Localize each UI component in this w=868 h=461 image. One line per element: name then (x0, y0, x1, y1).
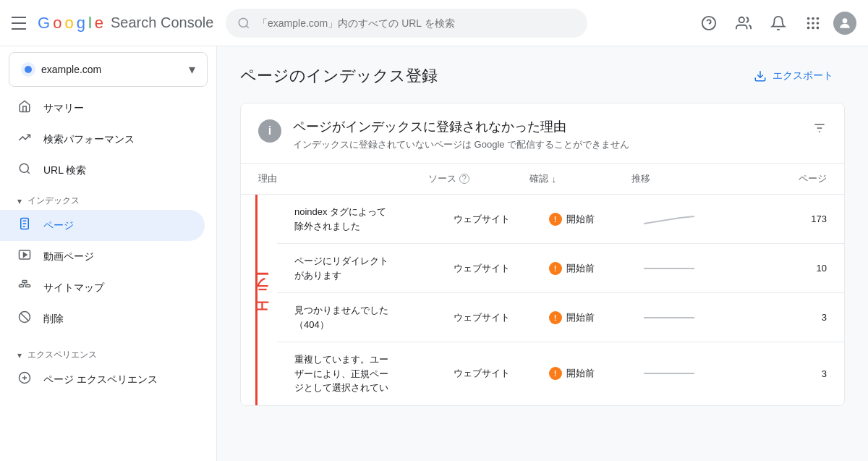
sidebar-item-label: サマリー (43, 102, 84, 115)
experience-section-label: ▾ エクスペリエンス (0, 340, 216, 364)
trending-icon (17, 131, 32, 148)
logo-char-o1: o (53, 14, 61, 33)
page-title: ページのインデックス登録 (240, 65, 438, 87)
warning-icon: ! (549, 213, 562, 226)
sidebar-item-summary[interactable]: サマリー (0, 93, 205, 124)
row-confirm: ! 開始前 (549, 213, 644, 226)
main-content: ページのインデックス登録 エクスポート i ページがインデックスに登録されなかっ… (217, 46, 868, 461)
menu-icon[interactable] (12, 14, 29, 32)
search-input[interactable] (258, 17, 576, 29)
index-card: i ページがインデックスに登録されなかった理由 インデックスに登録されていないペ… (240, 103, 845, 406)
warning-icon: ! (549, 367, 562, 380)
svg-rect-24 (22, 281, 27, 283)
svg-marker-23 (24, 253, 27, 257)
svg-line-17 (27, 171, 29, 173)
logo-area: Google Search Console (12, 14, 214, 33)
help-button[interactable] (694, 9, 723, 38)
row-reason: ページにリダイレクトがあります (294, 254, 454, 282)
row-reason: 重複しています。ユーザーにより、正規ページとして選択されてい (294, 352, 454, 395)
row-count: 3 (763, 312, 827, 323)
svg-point-14 (843, 18, 848, 23)
apps-icon (805, 15, 821, 31)
property-selector[interactable]: example.com ▾ (9, 52, 208, 87)
card-title: ページがインデックスに登録されなかった理由 (293, 118, 801, 135)
topbar-actions (694, 9, 856, 38)
topbar: Google Search Console (0, 0, 868, 46)
help-small-icon: ? (459, 174, 469, 184)
row-trend (644, 260, 763, 277)
svg-point-8 (807, 22, 810, 25)
row-reason: 見つかりませんでした（404） (294, 303, 454, 331)
video-icon (17, 248, 32, 265)
sidebar-item-label: ページ (43, 219, 74, 232)
svg-point-6 (812, 17, 814, 20)
logo-char-l: l (88, 14, 92, 33)
apps-button[interactable] (799, 9, 827, 38)
sidebar: example.com ▾ サマリー 検索パフォーマンス URL 検索 ▾ イン… (0, 46, 217, 461)
table-row: 重複しています。ユーザーにより、正規ページとして選択されてい ウェブサイト ! … (277, 342, 844, 405)
export-button[interactable]: エクスポート (742, 64, 845, 88)
accounts-icon (736, 15, 752, 31)
svg-point-10 (817, 22, 820, 25)
sidebar-item-search-performance[interactable]: 検索パフォーマンス (0, 124, 205, 155)
logo-char-g2: g (77, 14, 85, 33)
export-label: エクスポート (773, 69, 833, 83)
accounts-button[interactable] (729, 9, 758, 38)
search-icon (237, 17, 250, 30)
avatar[interactable] (833, 12, 856, 35)
sidebar-item-label: URL 検索 (43, 164, 86, 177)
svg-point-15 (25, 66, 32, 73)
row-confirm: ! 開始前 (549, 311, 644, 324)
table-header: 理由 ソース ? 確認 ↓ 推移 ページ (241, 164, 844, 195)
sidebar-item-label: 検索パフォーマンス (43, 133, 135, 146)
row-trend (644, 365, 763, 382)
index-section-label: ▾ インデックス (0, 186, 216, 210)
svg-line-31 (21, 313, 29, 321)
sidebar-item-sitemap[interactable]: サイトマップ (0, 272, 205, 303)
col-source: ソース ? (428, 172, 530, 185)
svg-point-16 (20, 164, 28, 172)
page-header: ページのインデックス登録 エクスポート (240, 64, 845, 88)
row-trend (644, 211, 763, 228)
arrow-icon: ▾ (17, 196, 22, 206)
sidebar-item-pages[interactable]: ページ (0, 210, 205, 241)
svg-rect-26 (26, 285, 30, 287)
card-header: i ページがインデックスに登録されなかった理由 インデックスに登録されていないペ… (241, 103, 844, 164)
table-rows: noindex タグによって除外されました ウェブサイト ! 開始前 173 (277, 195, 844, 405)
info-icon: i (258, 119, 281, 143)
svg-point-13 (817, 26, 820, 29)
property-name: example.com (41, 64, 183, 75)
home-icon (17, 100, 32, 117)
row-count: 173 (763, 213, 827, 224)
search-nav-icon (17, 162, 32, 179)
pages-icon (17, 217, 32, 234)
card-subtitle: インデックスに登録されていないページは Google で配信することができません (293, 138, 801, 151)
row-trend (644, 309, 763, 326)
table-body-wrapper: エラー noindex タグによって除外されました ウェブサイト ! 開始前 (241, 195, 844, 405)
download-icon (754, 69, 767, 83)
arrow-icon: ▾ (17, 350, 22, 360)
svg-rect-25 (20, 285, 24, 287)
search-bar[interactable] (226, 9, 587, 38)
sidebar-item-page-experience[interactable]: ページ エクスペリエンス (0, 364, 205, 395)
logo-char-o2: o (64, 14, 73, 33)
removal-icon (17, 310, 32, 327)
row-source: ウェブサイト (454, 367, 549, 380)
col-confirm[interactable]: 確認 ↓ (529, 172, 631, 185)
filter-icon[interactable] (812, 121, 827, 139)
sidebar-item-url-inspection[interactable]: URL 検索 (0, 155, 205, 186)
table-row: noindex タグによって除外されました ウェブサイト ! 開始前 173 (277, 195, 844, 244)
row-source: ウェブサイト (454, 262, 549, 275)
notifications-button[interactable] (764, 9, 793, 38)
table-row: ページにリダイレクトがあります ウェブサイト ! 開始前 10 (277, 244, 844, 293)
col-trend: 推移 (631, 172, 759, 185)
sidebar-item-removal[interactable]: 削除 (0, 303, 205, 334)
svg-point-4 (739, 17, 744, 22)
sidebar-item-video-pages[interactable]: 動画ページ (0, 241, 205, 272)
svg-point-0 (239, 18, 247, 27)
sidebar-item-label: 動画ページ (43, 250, 94, 263)
table-row: 見つかりませんでした（404） ウェブサイト ! 開始前 3 (277, 293, 844, 342)
row-confirm: ! 開始前 (549, 367, 644, 380)
property-icon (21, 62, 35, 77)
svg-point-5 (807, 17, 810, 20)
